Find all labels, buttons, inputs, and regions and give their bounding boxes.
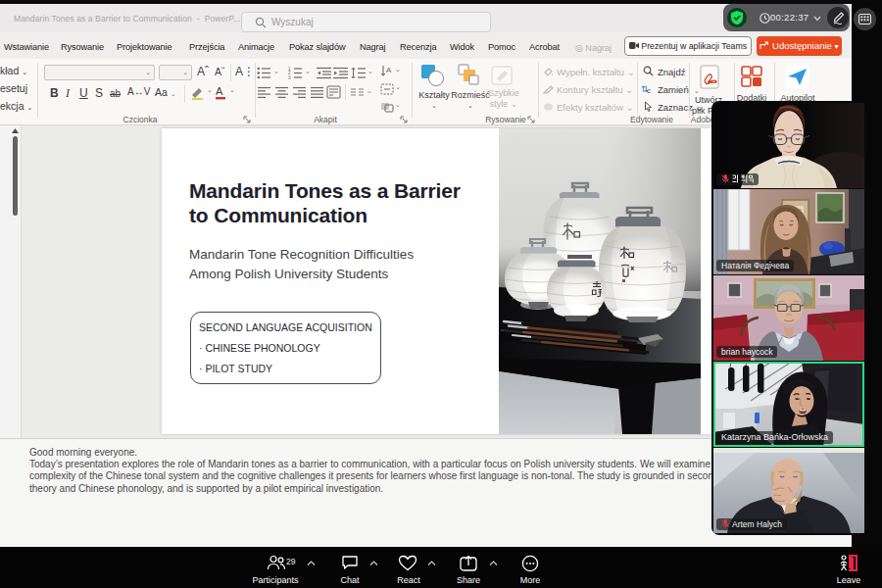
svg-text:A: A	[216, 85, 223, 97]
svg-text:A: A	[386, 66, 392, 74]
svg-text:c: c	[647, 86, 651, 94]
svg-text:3: 3	[288, 75, 291, 79]
